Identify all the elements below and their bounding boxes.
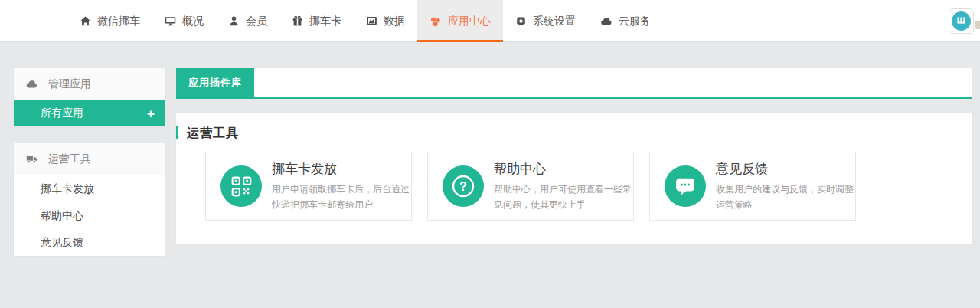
card-icon-circle: ?	[443, 165, 484, 207]
sidebar-header-manage-apps: 管理应用	[14, 68, 165, 100]
nav-item-label: 数据	[384, 15, 405, 28]
tab-app-plugin-library[interactable]: 应用插件库	[176, 68, 254, 97]
sidebar-item-feedback[interactable]: 意见反馈	[14, 229, 165, 256]
truck-icon	[25, 153, 38, 165]
card-title: 挪车卡发放	[272, 160, 411, 178]
section-title: 运营工具	[187, 126, 239, 142]
card-icon-circle	[665, 165, 706, 207]
sidebar-item-label: 挪车卡发放	[41, 182, 94, 196]
app-cards-row: 挪车卡发放 用户申请领取挪车卡后，后台通过快递把挪车卡邮寄给用户 ? 帮助中心 …	[205, 152, 856, 221]
question-mark-icon: ?	[449, 172, 477, 200]
sidebar-item-label: 意见反馈	[41, 236, 83, 250]
card-text: 意见反馈 收集用户的建议与反馈，实时调整运营策略	[716, 160, 855, 212]
sidebar-group-manage-apps: 管理应用 所有应用 +	[14, 68, 165, 126]
card-description: 用户申请领取挪车卡后，后台通过快递把挪车卡邮寄给用户	[272, 182, 411, 212]
gear-icon	[515, 15, 527, 27]
app-card-help-center[interactable]: ? 帮助中心 帮助中心，用户可使用查看一些常见问题，使其更快上手	[427, 152, 634, 221]
nav-item-move-car-card[interactable]: 挪车卡	[279, 0, 354, 42]
chat-bubble-icon	[675, 175, 696, 197]
sidebar-item-label: 帮助中心	[41, 209, 83, 223]
plus-icon[interactable]: +	[147, 107, 155, 120]
nav-item-app-center[interactable]: 应用中心	[417, 0, 503, 42]
nav-item-label: 概况	[182, 15, 204, 28]
sidebar-item-help-center[interactable]: 帮助中心	[14, 202, 165, 229]
gift-icon	[292, 15, 303, 27]
card-title: 意见反馈	[716, 160, 855, 178]
main-content-panel: 运营工具	[176, 113, 972, 244]
card-description: 帮助中心，用户可使用查看一些常见问题，使其更快上手	[494, 182, 633, 212]
sidebar-item-card-distribution[interactable]: 挪车卡发放	[14, 175, 165, 202]
sidebar-header-operation-tools: 运营工具	[14, 143, 165, 175]
svg-text:?: ?	[459, 180, 467, 193]
card-text: 帮助中心 帮助中心，用户可使用查看一些常见问题，使其更快上手	[494, 160, 633, 212]
nav-item-wechat-move-car[interactable]: 微信挪车	[67, 0, 152, 42]
user-icon	[228, 15, 240, 27]
nav-item-label: 挪车卡	[309, 15, 341, 28]
cloud-icon	[600, 15, 612, 27]
sidebar-header-label: 管理应用	[48, 77, 91, 91]
tab-label: 应用插件库	[188, 76, 242, 90]
clipped-edge-fragment	[975, 21, 980, 29]
card-title: 帮助中心	[494, 160, 633, 178]
data-chart-icon	[366, 15, 377, 27]
section-head: 运营工具	[176, 113, 972, 152]
sidebar-group-operation-tools: 运营工具 挪车卡发放 帮助中心 意见反馈	[14, 143, 165, 256]
sidebar-item-all-apps[interactable]: 所有应用 +	[14, 100, 165, 126]
card-icon-circle	[220, 165, 262, 207]
nav-item-data[interactable]: 数据	[354, 0, 417, 42]
sidebar-item-label: 所有应用	[41, 106, 83, 120]
monitor-icon	[165, 15, 176, 27]
main-tabstrip: 应用插件库	[176, 68, 972, 99]
nav-item-system-settings[interactable]: 系统设置	[503, 0, 588, 42]
card-description: 收集用户的建议与反馈，实时调整运营策略	[716, 182, 855, 212]
top-nav: 微信挪车 概况 会员 挪车卡 数据	[0, 0, 980, 42]
apps-icon	[430, 15, 442, 28]
nav-item-label: 会员	[246, 15, 267, 28]
card-text: 挪车卡发放 用户申请领取挪车卡后，后台通过快递把挪车卡邮寄给用户	[272, 160, 411, 212]
qr-code-icon	[231, 176, 252, 197]
nav-item-label: 微信挪车	[97, 15, 140, 28]
account-avatar[interactable]	[949, 8, 974, 34]
w-logo-icon	[953, 13, 969, 29]
home-icon	[80, 15, 91, 27]
nav-item-members[interactable]: 会员	[216, 0, 279, 42]
nav-item-label: 应用中心	[448, 15, 491, 28]
nav-item-label: 云服务	[619, 15, 651, 28]
nav-item-cloud-service[interactable]: 云服务	[588, 0, 663, 42]
section-accent-bar	[176, 126, 178, 139]
cloud-icon	[25, 78, 38, 90]
sidebar-header-label: 运营工具	[48, 152, 91, 166]
avatar-circle	[952, 11, 971, 31]
app-card-card-distribution[interactable]: 挪车卡发放 用户申请领取挪车卡后，后台通过快递把挪车卡邮寄给用户	[205, 152, 412, 221]
app-card-feedback[interactable]: 意见反馈 收集用户的建议与反馈，实时调整运营策略	[649, 152, 856, 221]
nav-item-label: 系统设置	[533, 15, 576, 28]
nav-item-overview[interactable]: 概况	[152, 0, 216, 42]
